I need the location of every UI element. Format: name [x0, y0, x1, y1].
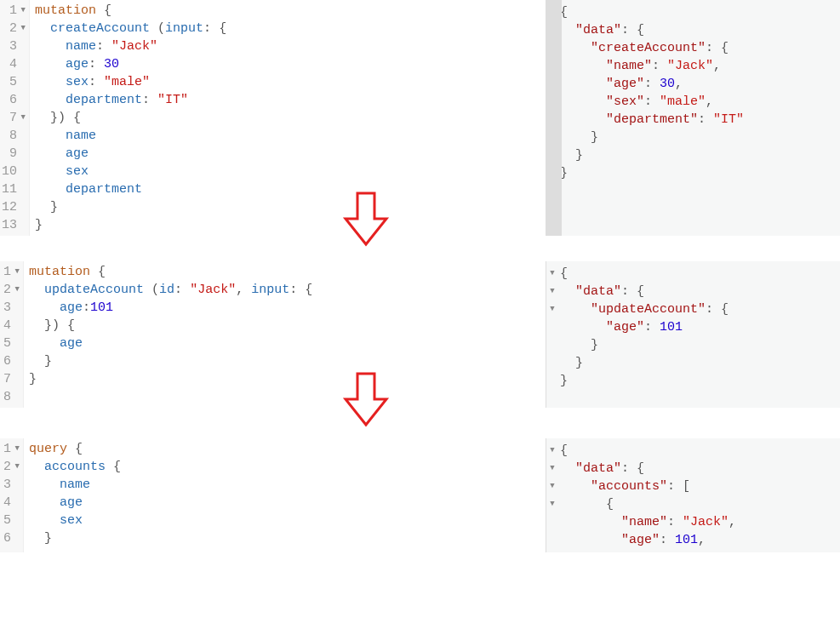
code-text[interactable]: mutation { updateAccount (id: "Jack", in…	[24, 261, 319, 408]
line-gutter: 1▼ 2▼ 3 4 5 6 7 8	[0, 261, 24, 408]
fold-icon[interactable]: ▼	[19, 20, 26, 37]
panel-query-accounts: 1▼ 2▼ 3 4 5 6 query { accounts { name ag…	[0, 438, 840, 552]
fold-icon[interactable]: ▼	[19, 2, 26, 20]
fold-icon[interactable]: ▼	[13, 263, 20, 281]
fold-icon[interactable]: ▼	[13, 281, 20, 299]
response-viewer-1[interactable]: ▼▼▼ { "data": { "createAccount": { "name…	[546, 0, 840, 236]
line-gutter: 1▼ 2▼ 3 4 5 6	[0, 438, 24, 552]
response-viewer-2[interactable]: ▼▼▼ { "data": { "updateAccount": { "age"…	[546, 261, 840, 408]
query-editor-1[interactable]: 1▼ 2▼ 3 4 5 6 7▼ 8 9 10 11 12 13 mutatio…	[0, 0, 546, 236]
code-text[interactable]: query { accounts { name age sex }	[24, 438, 128, 552]
fold-icon[interactable]: ▼	[13, 440, 20, 458]
panel-update-account: 1▼ 2▼ 3 4 5 6 7 8 mutation { updateAccou…	[0, 261, 840, 408]
fold-gutter: ▼▼▼▼	[546, 440, 558, 551]
response-viewer-3[interactable]: ▼▼▼▼ { "data": { "accounts": [ { "name":…	[546, 438, 840, 552]
response-json: { "data": { "accounts": [ { "name": "Jac…	[558, 440, 743, 551]
query-editor-3[interactable]: 1▼ 2▼ 3 4 5 6 query { accounts { name ag…	[0, 438, 546, 552]
panel-create-account: 1▼ 2▼ 3 4 5 6 7▼ 8 9 10 11 12 13 mutatio…	[0, 0, 840, 236]
scrollbar-indicator[interactable]	[546, 0, 562, 236]
response-json: { "data": { "updateAccount": { "age": 10…	[558, 263, 735, 406]
fold-icon[interactable]: ▼	[19, 109, 26, 127]
line-gutter: 1▼ 2▼ 3 4 5 6 7▼ 8 9 10 11 12 13	[0, 0, 30, 236]
fold-icon[interactable]: ▼	[13, 458, 20, 476]
response-json: { "data": { "createAccount": { "name": "…	[558, 2, 751, 234]
code-text[interactable]: mutation { createAccount (input: { name:…	[30, 0, 233, 236]
query-editor-2[interactable]: 1▼ 2▼ 3 4 5 6 7 8 mutation { updateAccou…	[0, 261, 546, 408]
fold-gutter: ▼▼▼	[546, 263, 558, 406]
